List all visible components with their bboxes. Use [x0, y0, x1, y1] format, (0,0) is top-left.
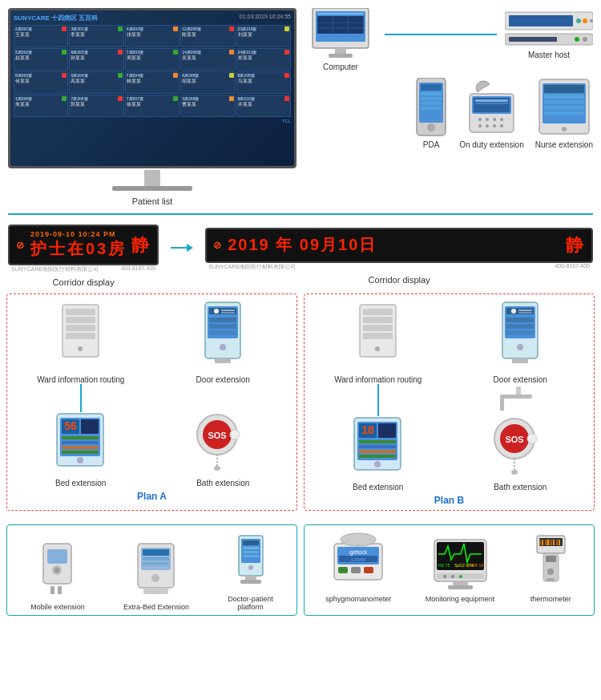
svg-point-131	[151, 574, 159, 582]
corridor-section: ⊘ 2019-09-10 10:24 PM 护士在03房 静 SUNYCARE南…	[0, 218, 601, 287]
svg-rect-49	[544, 111, 584, 115]
conn-arm-b	[452, 384, 590, 416]
bed-ext-b-svg: 18	[348, 416, 408, 480]
bath-ext-a-svg: SOS	[195, 412, 251, 476]
conn-door-a	[155, 384, 292, 412]
svg-rect-64	[209, 324, 236, 329]
svg-point-29	[427, 123, 435, 132]
corridor-msg-left: 护士在03房	[30, 238, 127, 260]
svg-rect-55	[66, 333, 95, 339]
svg-rect-67	[215, 358, 231, 363]
svg-rect-65	[209, 330, 236, 335]
plan-b-box: Ward information routing Door e	[304, 293, 595, 511]
bath-ext-b-svg: SOS	[492, 416, 548, 480]
svg-rect-125	[58, 586, 62, 594]
corridor-footer-right: SUNYCARE南阳医疗材料有限公司400-8167-400	[205, 263, 593, 271]
doctor-patient-label: Doctor-patient platform	[228, 595, 273, 611]
svg-point-119	[511, 470, 518, 475]
plan-a-box: Ward information routing	[6, 293, 297, 511]
plan-a-title: Plan A	[12, 491, 292, 502]
svg-rect-0	[144, 170, 160, 186]
svg-point-40	[486, 124, 489, 127]
corridor-date-right: 2019 年 09月10日	[228, 234, 561, 256]
ward-routing-a-label: Ward information routing	[37, 375, 124, 384]
ward-routing-b-svg	[348, 301, 408, 373]
svg-point-38	[500, 118, 503, 121]
bed-ext-a: 56 Bed extension	[12, 412, 150, 488]
bath-ext-b: SOS Bath extension	[452, 416, 590, 492]
svg-rect-112	[359, 455, 396, 458]
svg-rect-85	[363, 309, 393, 315]
svg-rect-61	[221, 310, 235, 311]
doctor-patient: Doctor-patient platform	[228, 532, 273, 611]
svg-rect-140	[245, 576, 256, 580]
top-section: SUNYCARE 十四病区 五百科 01:03:2019 10:24:55 2床…	[0, 0, 601, 210]
svg-rect-1	[112, 186, 192, 191]
bath-ext-b-label: Bath extension	[494, 483, 547, 492]
svg-rect-14	[509, 15, 573, 26]
svg-text:HR 75: HR 75	[438, 563, 450, 568]
svg-rect-11	[335, 48, 346, 55]
svg-rect-45	[544, 85, 584, 93]
bed-ext-a-svg: 56	[50, 412, 111, 476]
svg-rect-27	[421, 102, 442, 105]
svg-rect-63	[209, 318, 236, 322]
svg-rect-33	[475, 99, 508, 102]
bath-ext-a-label: Bath extension	[196, 479, 249, 488]
plan-b-top-row: Ward information routing Door e	[309, 301, 589, 384]
svg-rect-54	[66, 325, 95, 331]
svg-rect-19	[509, 37, 557, 42]
plan-b-title: Plan B	[309, 495, 589, 506]
computer-col: Computer	[305, 8, 377, 71]
thermometer-label: thermometer	[530, 595, 571, 603]
svg-point-37	[493, 118, 496, 121]
svg-rect-47	[544, 100, 584, 104]
svg-text:RR 16: RR 16	[472, 563, 483, 568]
svg-rect-95	[518, 312, 532, 314]
svg-point-21	[583, 37, 587, 42]
monitor-equip: HR 75 SpO2 98% RR 16 Monitoring equipmen…	[426, 532, 495, 603]
svg-point-139	[248, 565, 253, 570]
svg-rect-129	[143, 557, 169, 560]
svg-point-113	[374, 461, 381, 467]
svg-rect-103	[500, 399, 504, 411]
svg-rect-147	[338, 567, 348, 573]
devices-block: Computer Master host	[305, 8, 593, 149]
svg-text:56: 56	[64, 419, 77, 432]
svg-point-123	[54, 568, 59, 573]
svg-rect-109	[359, 440, 396, 443]
sphygmo: getool 120/80 sphygmomanometer	[325, 532, 391, 603]
svg-point-35	[478, 118, 482, 121]
corridor-display-left: ⊘ 2019-09-10 10:24 PM 护士在03房 静	[8, 225, 159, 265]
corridor-display-right: ⊘ 2019 年 09月10日 静	[205, 228, 593, 263]
svg-rect-96	[506, 318, 534, 322]
svg-point-15	[576, 18, 581, 23]
svg-point-83	[214, 466, 220, 471]
svg-rect-25	[421, 92, 442, 95]
top-connectors	[0, 210, 601, 218]
plan-a-connectors	[12, 384, 292, 412]
svg-rect-162	[448, 585, 473, 589]
master-host-col: Master host	[505, 8, 593, 59]
door-ext-a-label: Door extension	[196, 375, 250, 384]
pda-col: PDA	[414, 78, 448, 149]
sphygmo-label: sphygmomanometer	[325, 595, 391, 603]
svg-rect-102	[500, 395, 532, 399]
master-host-svg	[505, 8, 593, 48]
svg-point-60	[214, 309, 219, 314]
svg-point-16	[583, 18, 587, 23]
patient-list-block: SUNYCARE 十四病区 五百科 01:03:2019 10:24:55 2床…	[8, 8, 296, 206]
door-ext-a-svg	[199, 301, 247, 373]
svg-text:getool: getool	[349, 548, 367, 556]
svg-point-20	[575, 37, 579, 42]
conn-ward-b	[309, 384, 447, 416]
bottom-right-devices: getool 120/80 sphygmomanometer	[309, 532, 590, 603]
svg-point-158	[443, 575, 446, 578]
ward-routing-a-svg	[50, 301, 111, 373]
quiet-icon-right: 静	[566, 233, 585, 257]
svg-rect-74	[62, 441, 99, 444]
svg-text:18: 18	[361, 423, 374, 436]
svg-point-89	[375, 346, 380, 351]
nurse-col: Nurse extension	[535, 78, 593, 149]
svg-point-41	[493, 124, 496, 127]
